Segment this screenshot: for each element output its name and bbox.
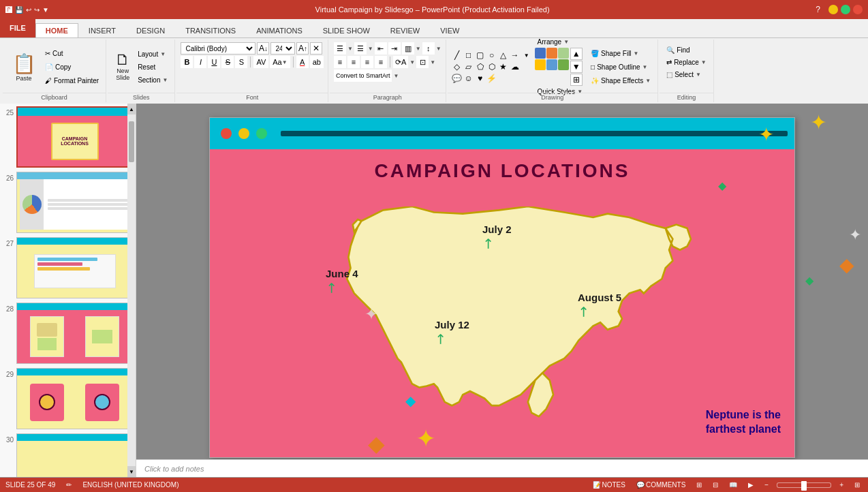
slide-thumb-30[interactable] xyxy=(16,433,133,477)
slideshow-button[interactable]: ▶ xyxy=(745,480,756,489)
zoom-in-button[interactable]: + xyxy=(837,480,846,489)
bullets-dropdown[interactable]: ▼ xyxy=(347,46,353,52)
tab-insert[interactable]: INSERT xyxy=(78,23,126,37)
smartart-dropdown[interactable]: ▼ xyxy=(393,73,399,79)
shape-smiley[interactable]: ☺ xyxy=(463,73,474,84)
comments-button[interactable]: 💬 COMMENTS xyxy=(634,480,688,489)
zoom-thumb[interactable] xyxy=(801,481,807,491)
tab-design[interactable]: DESIGN xyxy=(126,23,175,37)
align-right-button[interactable]: ≡ xyxy=(361,56,373,68)
slide-item-25[interactable]: 25 CAMPAIGNLOCATIONS xyxy=(3,106,133,168)
layout-button[interactable]: Layout ▼ xyxy=(135,48,170,60)
text-direction-dropdown[interactable]: ▼ xyxy=(409,59,415,65)
shape-hex[interactable]: ⬡ xyxy=(486,61,497,72)
reset-button[interactable]: Reset xyxy=(135,61,170,73)
shape-pentagon[interactable]: ⬠ xyxy=(475,61,486,72)
increase-indent-button[interactable]: ⇥ xyxy=(388,42,401,55)
align-left-button[interactable]: ≡ xyxy=(334,56,346,68)
qs-orange[interactable] xyxy=(546,48,557,59)
slide-item-26[interactable]: 26 xyxy=(3,172,133,233)
slides-scroll-thumb[interactable] xyxy=(129,121,134,162)
minimize-button[interactable] xyxy=(828,5,838,14)
font-color-button[interactable]: A xyxy=(296,56,309,68)
slide-thumb-27[interactable] xyxy=(16,237,133,298)
replace-button[interactable]: ⇄ Replace ▼ xyxy=(664,56,709,68)
customize-quick-access[interactable]: ▼ xyxy=(42,6,49,14)
quick-access-undo[interactable]: ↩ xyxy=(26,6,31,14)
notes-button[interactable]: 📝 NOTES xyxy=(590,480,628,489)
slide-thumb-26[interactable] xyxy=(16,172,133,233)
reading-view-button[interactable]: 📖 xyxy=(726,480,740,489)
justify-button[interactable]: ≡ xyxy=(375,56,387,68)
zoom-slider[interactable] xyxy=(777,482,831,488)
slide-item-28[interactable]: 28 xyxy=(3,303,133,364)
shape-star[interactable]: ★ xyxy=(498,61,509,72)
qs-scroll-up[interactable]: ▲ xyxy=(570,48,583,60)
qs-lightblue[interactable] xyxy=(546,59,557,70)
shape-oval[interactable]: ○ xyxy=(486,50,497,61)
qs-blue[interactable] xyxy=(535,48,546,59)
slide-sorter-button[interactable]: ⊟ xyxy=(710,480,721,489)
quick-access-save[interactable]: 💾 xyxy=(15,6,23,14)
shape-fill-button[interactable]: 🪣 Shape Fill ▼ xyxy=(588,47,653,59)
find-button[interactable]: 🔍 Find xyxy=(664,44,692,56)
columns-button[interactable]: ▥ xyxy=(402,42,414,55)
shape-more[interactable]: ▼ xyxy=(521,50,532,61)
paste-button[interactable]: 📋 Paste xyxy=(7,51,41,83)
strikethrough-button[interactable]: S xyxy=(221,56,234,68)
select-button[interactable]: ⬚ Select ▼ xyxy=(664,68,704,80)
bold-button[interactable]: B xyxy=(181,56,193,68)
close-button[interactable] xyxy=(853,5,863,14)
qs-green[interactable] xyxy=(558,48,569,59)
columns-dropdown[interactable]: ▼ xyxy=(416,46,421,52)
tab-home[interactable]: HOME xyxy=(35,23,78,37)
help-icon[interactable]: ? xyxy=(816,5,820,14)
underline-button[interactable]: U xyxy=(208,56,220,68)
maximize-button[interactable] xyxy=(841,5,850,14)
slide-item-27[interactable]: 27 xyxy=(3,237,133,298)
shape-triangle[interactable]: △ xyxy=(498,50,509,61)
slide-thumb-28[interactable] xyxy=(16,303,133,364)
italic-button[interactable]: I xyxy=(194,56,206,68)
fit-slide-button[interactable]: ⊞ xyxy=(852,480,863,489)
line-spacing-button[interactable]: ↕ xyxy=(422,42,435,55)
bullets-button[interactable]: ☰ xyxy=(334,42,346,55)
slides-scroll-up[interactable]: ▲ xyxy=(127,104,136,114)
decrease-indent-button[interactable]: ⇤ xyxy=(375,42,387,55)
quick-access-redo[interactable]: ↪ xyxy=(34,6,40,14)
align-text-button[interactable]: ⊡ xyxy=(416,56,429,68)
shape-line[interactable]: ╱ xyxy=(452,50,463,61)
slide-thumb-29[interactable] xyxy=(16,368,133,429)
align-text-dropdown[interactable]: ▼ xyxy=(430,59,435,65)
tab-slideshow[interactable]: SLIDE SHOW xyxy=(313,23,380,37)
shape-effects-button[interactable]: ✨ Shape Effects ▼ xyxy=(588,74,653,87)
font-name-select[interactable]: Calibri (Body) xyxy=(181,42,255,55)
decrease-font-button[interactable]: A↓ xyxy=(257,42,269,55)
shape-rounded-rect[interactable]: ▢ xyxy=(475,50,486,61)
line-spacing-dropdown[interactable]: ▼ xyxy=(436,46,441,52)
slide-item-29[interactable]: 29 xyxy=(3,368,133,429)
tab-file[interactable]: FILE xyxy=(0,18,35,37)
cut-button[interactable]: ✂ Cut xyxy=(42,47,102,59)
shape-lightning[interactable]: ⚡ xyxy=(486,73,497,84)
numbering-button[interactable]: ☰ xyxy=(354,42,367,55)
shape-outline-button[interactable]: □ Shape Outline ▼ xyxy=(588,61,653,73)
new-slide-button[interactable]: 🗋 New Slide xyxy=(112,48,134,86)
tab-animations[interactable]: ANIMATIONS xyxy=(246,23,313,37)
slides-scroll-down[interactable]: ▼ xyxy=(127,466,136,477)
qs-darkgreen[interactable] xyxy=(558,59,569,70)
shape-parallelogram[interactable]: ▱ xyxy=(463,61,474,72)
shape-arrow[interactable]: → xyxy=(510,50,521,61)
smartart-button[interactable]: Convert to SmartArt xyxy=(334,70,392,82)
shape-heart[interactable]: ♥ xyxy=(475,73,486,84)
format-painter-button[interactable]: 🖌 Format Painter xyxy=(42,74,102,87)
shape-cloud[interactable]: ☁ xyxy=(510,61,521,72)
tab-review[interactable]: REVIEW xyxy=(380,23,430,37)
align-center-button[interactable]: ≡ xyxy=(347,56,360,68)
shape-rect[interactable]: □ xyxy=(463,50,474,61)
text-highlight-button[interactable]: ab xyxy=(310,56,324,68)
notes-bar[interactable]: Click to add notes xyxy=(136,459,868,477)
normal-view-button[interactable]: ⊞ xyxy=(694,480,704,489)
slide-item-30[interactable]: 30 xyxy=(3,433,133,477)
slide-thumb-25[interactable]: CAMPAIGNLOCATIONS xyxy=(16,106,133,168)
